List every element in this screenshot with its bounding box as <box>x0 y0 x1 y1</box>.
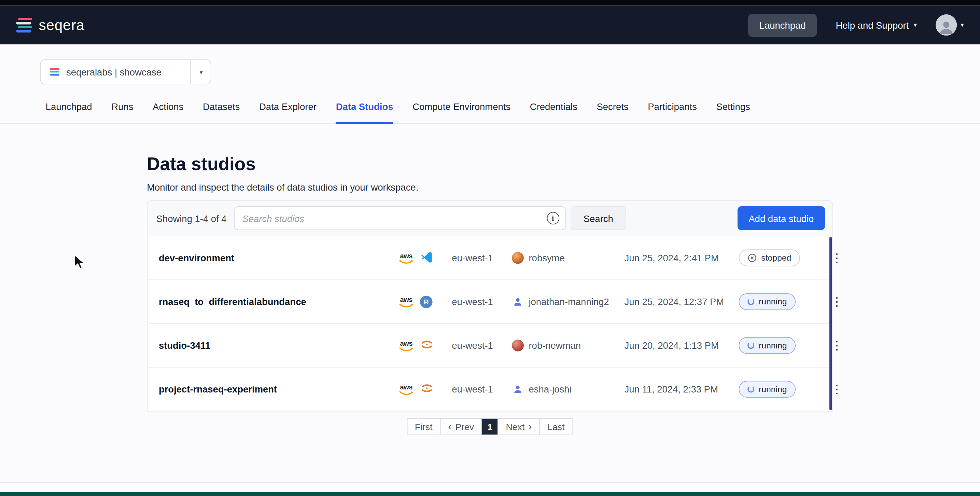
stopped-icon <box>748 253 757 262</box>
tool-icon: R <box>420 295 433 308</box>
status-label: running <box>759 341 787 350</box>
studio-environment-icons: aws R <box>398 381 452 397</box>
owner-name: jonathan-manning2 <box>528 297 609 307</box>
tab-credentials[interactable]: Credentials <box>530 102 578 124</box>
studio-name[interactable]: rnaseq_to_differentialabundance <box>159 297 398 307</box>
workspace-dropdown-button[interactable]: ▾ <box>191 59 212 85</box>
search-input[interactable] <box>234 206 565 230</box>
studio-region: eu-west-1 <box>452 340 512 351</box>
info-icon[interactable]: i <box>547 212 559 225</box>
pagination-last[interactable]: Last <box>539 418 573 435</box>
status-cell: running <box>738 337 815 354</box>
tab-secrets[interactable]: Secrets <box>597 102 628 124</box>
studio-environment-icons: aws R <box>398 338 452 353</box>
status-label: running <box>759 297 787 306</box>
workspace-selector[interactable]: seqeralabs | showcase <box>40 59 191 85</box>
studio-owner: jonathan-manning2 <box>512 296 624 308</box>
status-label: running <box>759 384 787 394</box>
tool-icon: R <box>420 381 434 397</box>
pagination-next[interactable]: Next › <box>498 418 540 435</box>
jupyter-icon <box>420 338 434 351</box>
tab-launchpad[interactable]: Launchpad <box>46 102 92 124</box>
tool-icon: R <box>420 250 433 265</box>
status-badge: stopped <box>738 249 800 266</box>
page-subtitle: Monitor and inspect the details of data … <box>147 182 833 193</box>
pagination-page-1[interactable]: 1 <box>482 418 498 435</box>
aws-icon: aws <box>398 340 415 351</box>
studio-date: Jun 25, 2024, 12:37 PM <box>625 297 739 307</box>
page-title: Data studios <box>147 154 833 174</box>
owner-avatar <box>512 383 524 395</box>
results-count: Showing 1-4 of 4 <box>156 213 227 223</box>
spinner-icon <box>748 386 754 392</box>
studio-owner: esha-joshi <box>512 383 624 395</box>
studio-date: Jun 11, 2024, 2:33 PM <box>625 384 739 394</box>
window-edge <box>0 0 980 5</box>
studio-name[interactable]: studio-3411 <box>159 340 398 351</box>
table-row[interactable]: dev-environment aws R eu-west-1 <box>148 236 832 280</box>
aws-icon: aws <box>398 296 415 308</box>
rstudio-icon: R <box>420 295 433 308</box>
table-row[interactable]: project-rnaseq-experiment aws R eu-west-… <box>148 368 832 411</box>
spinner-icon <box>748 298 754 305</box>
vertical-scrollbar[interactable] <box>829 237 832 410</box>
launchpad-button[interactable]: Launchpad <box>748 13 817 37</box>
workspace-bar: seqeralabs | showcase ▾ <box>40 59 980 85</box>
pagination: First ‹ Prev 1 Next › Last <box>0 418 833 435</box>
table-row[interactable]: studio-3411 aws R eu-west-1 <box>148 324 832 368</box>
status-cell: running <box>738 293 815 310</box>
studio-owner: rob-newman <box>512 340 624 351</box>
studio-name[interactable]: project-rnaseq-experiment <box>159 384 398 394</box>
owner-avatar <box>512 340 524 351</box>
status-badge: running <box>738 293 795 310</box>
tab-settings[interactable]: Settings <box>716 102 750 124</box>
add-data-studio-button[interactable]: Add data studio <box>737 206 825 230</box>
spinner-icon <box>748 342 754 349</box>
app-window: seqera Launchpad Help and Support ▾ ▾ se… <box>0 0 980 496</box>
chevron-left-icon: ‹ <box>448 421 452 432</box>
chevron-down-icon: ▾ <box>961 22 964 28</box>
top-navbar: seqera Launchpad Help and Support ▾ ▾ <box>0 5 980 44</box>
tool-icon: R <box>420 338 434 353</box>
status-badge: running <box>738 381 795 398</box>
table-row[interactable]: rnaseq_to_differentialabundance aws R eu… <box>148 280 832 324</box>
jupyter-icon <box>420 381 434 395</box>
studio-date: Jun 20, 2024, 1:13 PM <box>625 340 739 351</box>
studio-environment-icons: aws R <box>398 250 452 265</box>
table-toolbar: Showing 1-4 of 4 i Search Add data studi… <box>148 201 832 236</box>
status-badge: running <box>738 337 795 354</box>
search-button[interactable]: Search <box>570 206 626 230</box>
studio-region: eu-west-1 <box>452 252 512 263</box>
owner-name: esha-joshi <box>528 384 571 394</box>
user-avatar-icon <box>935 14 957 35</box>
workspace-tabs: Launchpad Runs Actions Datasets Data Exp… <box>0 102 980 124</box>
owner-name: rob-newman <box>528 340 581 351</box>
tab-participants[interactable]: Participants <box>648 102 697 124</box>
studio-owner: robsyme <box>512 252 624 264</box>
search-box: i <box>234 206 565 230</box>
user-menu[interactable]: ▾ <box>935 14 964 35</box>
chevron-right-icon: › <box>528 421 532 432</box>
chevron-down-icon: ▾ <box>914 22 917 28</box>
pagination-first[interactable]: First <box>407 418 441 435</box>
studios-table-card: Showing 1-4 of 4 i Search Add data studi… <box>147 200 833 412</box>
tab-compute-environments[interactable]: Compute Environments <box>412 102 511 124</box>
tab-data-studios[interactable]: Data Studios <box>336 102 393 124</box>
tab-runs[interactable]: Runs <box>111 102 133 124</box>
owner-name: robsyme <box>528 252 565 263</box>
brand-name: seqera <box>38 17 84 33</box>
navbar-actions: Launchpad Help and Support ▾ ▾ <box>748 13 964 37</box>
owner-avatar <box>512 252 524 264</box>
status-label: stopped <box>761 253 791 262</box>
pagination-prev[interactable]: ‹ Prev <box>440 418 482 435</box>
tab-actions[interactable]: Actions <box>153 102 183 124</box>
seqera-logo[interactable]: seqera <box>16 17 85 33</box>
tab-data-explorer[interactable]: Data Explorer <box>259 102 317 124</box>
tab-datasets[interactable]: Datasets <box>203 102 240 124</box>
aws-icon: aws <box>398 252 415 264</box>
studio-name[interactable]: dev-environment <box>159 252 398 263</box>
help-and-support-menu[interactable]: Help and Support ▾ <box>836 20 917 30</box>
workspace-name: seqeralabs | showcase <box>66 67 162 77</box>
studio-region: eu-west-1 <box>452 384 512 394</box>
seqera-logo-icon <box>16 18 33 32</box>
